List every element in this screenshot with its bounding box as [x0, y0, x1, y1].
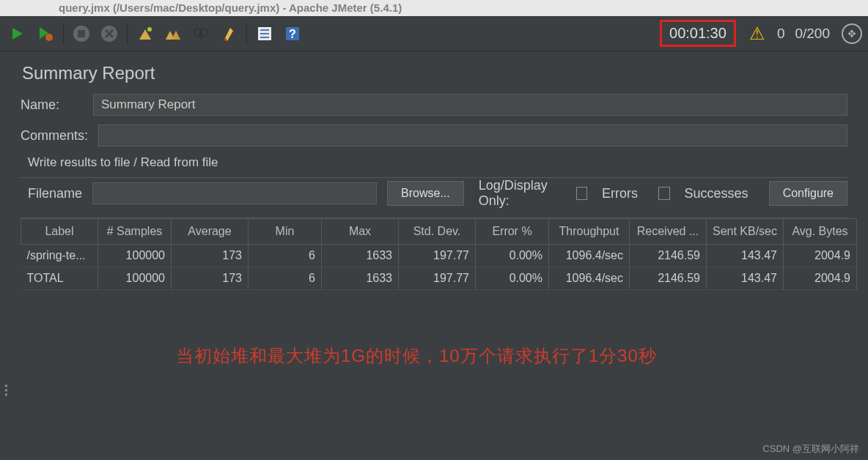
table-header[interactable]: Min: [249, 219, 322, 245]
table-header[interactable]: Std. Dev.: [399, 219, 476, 245]
table-row[interactable]: /spring-te...10000017361633197.770.00%10…: [21, 245, 857, 267]
table-header[interactable]: Label: [21, 219, 98, 245]
run-icon[interactable]: [6, 22, 29, 45]
table-header[interactable]: Throughput: [549, 219, 630, 245]
comments-input[interactable]: [98, 125, 847, 146]
svg-point-2: [45, 34, 53, 41]
name-label: Name:: [21, 97, 83, 113]
errors-checkbox[interactable]: [576, 187, 587, 200]
browse-button[interactable]: Browse...: [387, 181, 464, 206]
summary-report-panel: Summary Report Name: Comments: Write res…: [0, 51, 868, 290]
table-header[interactable]: Error %: [476, 219, 549, 245]
svg-text:?: ?: [289, 28, 296, 40]
search-icon[interactable]: [189, 22, 213, 45]
stop-icon[interactable]: [70, 22, 93, 45]
write-results-label: Write results to file / Read from file: [28, 155, 853, 170]
table-row[interactable]: TOTAL10000017361633197.770.00%1096.4/sec…: [21, 267, 857, 290]
log-display-label: Log/Display Only:: [479, 178, 566, 209]
drag-handle-icon[interactable]: ●●●: [4, 384, 8, 397]
run-no-pause-icon[interactable]: [34, 22, 57, 45]
expand-icon[interactable]: ✥: [842, 23, 862, 44]
warning-icon[interactable]: ⚠: [749, 23, 765, 44]
warning-count: 0: [777, 26, 785, 42]
svg-marker-0: [12, 28, 23, 40]
reset-search-icon[interactable]: [217, 22, 240, 45]
window-title: query.jmx (/Users/mac/Desktop/query.jmx)…: [0, 0, 868, 16]
svg-rect-4: [78, 30, 85, 37]
errors-checkbox-label: Errors: [602, 186, 638, 201]
table-header[interactable]: Received ...: [630, 219, 707, 245]
table-header[interactable]: Average: [172, 219, 249, 245]
toolbar: ? 00:01:30 ⚠ 0 0/200 ✥: [0, 16, 868, 51]
svg-point-8: [147, 27, 152, 31]
panel-title: Summary Report: [22, 63, 853, 84]
annotation-text: 当初始堆和最大堆为1G的时候，10万个请求执行了1分30秒: [176, 344, 657, 368]
filename-input[interactable]: [92, 182, 377, 204]
successes-checkbox-label: Successes: [685, 186, 749, 201]
clear-icon[interactable]: [133, 22, 157, 45]
comments-label: Comments:: [21, 128, 88, 144]
thread-count: 0/200: [795, 26, 830, 42]
function-helper-icon[interactable]: [253, 22, 276, 45]
clear-all-icon[interactable]: [161, 22, 185, 45]
table-header[interactable]: # Samples: [98, 219, 172, 245]
table-header[interactable]: Sent KB/sec: [707, 219, 784, 245]
configure-button[interactable]: Configure: [769, 181, 847, 206]
name-input[interactable]: [93, 94, 847, 116]
successes-checkbox[interactable]: [658, 187, 669, 200]
watermark: CSDN @互联网小阿祥: [762, 442, 859, 456]
shutdown-icon[interactable]: [98, 22, 121, 45]
filename-label: Filename: [28, 186, 82, 201]
table-header[interactable]: Avg. Bytes: [784, 219, 857, 245]
help-icon[interactable]: ?: [281, 22, 304, 45]
results-table: Label# SamplesAverageMinMaxStd. Dev.Erro…: [21, 218, 847, 290]
table-header[interactable]: Max: [322, 219, 399, 245]
elapsed-timer: 00:01:30: [660, 20, 736, 47]
